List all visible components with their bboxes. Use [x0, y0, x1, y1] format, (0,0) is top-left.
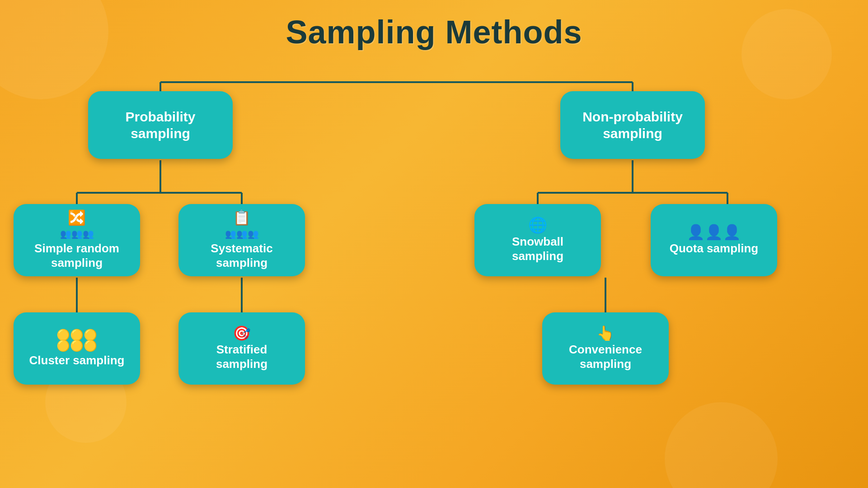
- simple-icon: 🔀👥👥👥: [60, 210, 94, 239]
- stratified-sampling-node: 🎯 Stratifiedsampling: [178, 312, 305, 385]
- probability-sampling-node: Probabilitysampling: [88, 91, 233, 159]
- convenience-icon: 👆: [596, 326, 615, 340]
- snowball-icon: 🌐: [528, 217, 547, 232]
- cluster-label: Cluster sampling: [29, 353, 125, 368]
- page-title: Sampling Methods: [0, 0, 868, 51]
- systematic-icon: 📋👥👥👥: [225, 210, 259, 239]
- systematic-label: Systematicsampling: [211, 241, 272, 270]
- quota-sampling-node: 👤👤👤 Quota sampling: [651, 204, 777, 276]
- cluster-sampling-node: 🟡🟡🟡🟡🟡🟡 Cluster sampling: [14, 312, 140, 385]
- cluster-icon: 🟡🟡🟡🟡🟡🟡: [56, 330, 97, 351]
- probability-label: Probabilitysampling: [125, 108, 195, 142]
- snowball-label: Snowballsampling: [512, 234, 563, 264]
- simple-label: Simple randomsampling: [34, 241, 119, 270]
- stratified-icon: 🎯: [233, 326, 251, 340]
- convenience-sampling-node: 👆 Conveniencesampling: [542, 312, 669, 385]
- systematic-sampling-node: 📋👥👥👥 Systematicsampling: [178, 204, 305, 276]
- stratified-label: Stratifiedsampling: [216, 342, 267, 372]
- quota-label: Quota sampling: [670, 241, 758, 256]
- snowball-sampling-node: 🌐 Snowballsampling: [474, 204, 601, 276]
- diagram: Probabilitysampling Non-probabilitysampl…: [0, 55, 868, 484]
- nonprobability-sampling-node: Non-probabilitysampling: [560, 91, 705, 159]
- convenience-label: Conveniencesampling: [569, 342, 642, 372]
- quota-icon: 👤👤👤: [687, 225, 741, 239]
- simple-random-sampling-node: 🔀👥👥👥 Simple randomsampling: [14, 204, 140, 276]
- nonprobability-label: Non-probabilitysampling: [582, 108, 683, 142]
